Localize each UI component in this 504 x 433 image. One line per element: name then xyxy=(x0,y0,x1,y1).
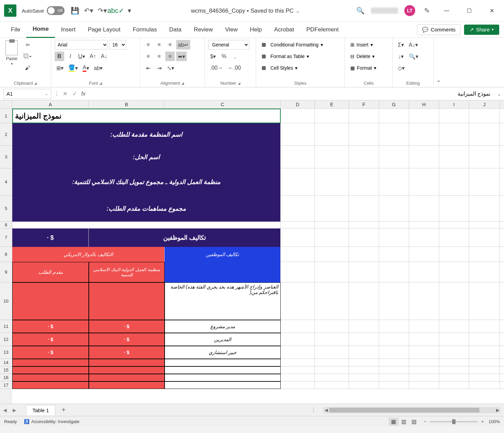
tab-data[interactable]: Data xyxy=(163,22,188,38)
cell[interactable] xyxy=(281,228,315,247)
cell[interactable] xyxy=(12,222,281,228)
tab-insert[interactable]: Insert xyxy=(55,22,82,38)
tab-view[interactable]: View xyxy=(219,22,244,38)
cell[interactable] xyxy=(379,109,409,123)
cell[interactable] xyxy=(281,168,315,196)
cell[interactable] xyxy=(281,381,315,389)
pen-icon[interactable]: ✎ xyxy=(421,5,432,16)
cell[interactable] xyxy=(379,146,409,168)
cell[interactable] xyxy=(281,374,315,381)
row-header[interactable]: 8 xyxy=(0,247,12,262)
cell[interactable] xyxy=(469,333,500,346)
column-header[interactable]: I xyxy=(439,100,469,108)
percent-button[interactable]: % xyxy=(219,52,229,61)
cell[interactable] xyxy=(315,228,349,247)
decrease-indent-button[interactable]: ⇤ xyxy=(143,63,153,73)
tab-review[interactable]: Review xyxy=(187,22,219,38)
cell[interactable]: مقدم الطلب xyxy=(12,262,89,282)
cell[interactable]: منظمة العمل الدولية-البنك الاسلامي للتنم… xyxy=(89,262,165,282)
row-header[interactable]: 15 xyxy=(0,366,12,374)
cell[interactable] xyxy=(349,247,379,262)
cell[interactable] xyxy=(165,366,281,374)
cell[interactable] xyxy=(379,262,409,282)
row-header[interactable]: 10 xyxy=(0,282,12,320)
cell[interactable] xyxy=(349,333,379,346)
cell[interactable] xyxy=(469,109,500,123)
cell[interactable]: اسم المنظمة مقدمة للطلب: xyxy=(12,123,281,146)
accessibility-status[interactable]: Accessibility: Investigate xyxy=(31,419,80,424)
zoom-in-button[interactable]: + xyxy=(481,419,484,424)
cell[interactable] xyxy=(349,374,379,381)
cell[interactable] xyxy=(409,359,439,366)
increase-decimal-button[interactable]: .00→ xyxy=(208,63,225,73)
cell[interactable] xyxy=(439,333,469,346)
cell[interactable]: اسم الحل: xyxy=(12,146,281,168)
cell[interactable] xyxy=(349,359,379,366)
cell[interactable] xyxy=(281,196,315,222)
column-header[interactable]: F xyxy=(349,100,379,108)
cell[interactable]: · $ xyxy=(89,346,165,359)
fill-color-button[interactable]: 🪣▾ xyxy=(67,63,80,73)
cell[interactable]: منظمة العمل الدولية ـ مجموع تمويل البنك … xyxy=(12,168,281,196)
collapse-ribbon-icon[interactable]: ⌄ xyxy=(434,38,443,87)
spellcheck-icon[interactable]: abc✓ xyxy=(110,5,121,16)
page-break-view-button[interactable]: ▧ xyxy=(409,418,419,426)
cell[interactable] xyxy=(281,333,315,346)
cell[interactable] xyxy=(469,146,500,168)
zoom-out-button[interactable]: − xyxy=(424,419,427,424)
cell[interactable] xyxy=(281,359,315,366)
cell[interactable] xyxy=(315,366,349,374)
cell[interactable] xyxy=(409,333,439,346)
cell[interactable] xyxy=(379,228,409,247)
toggle-switch[interactable]: Off xyxy=(47,6,65,15)
document-title[interactable]: wcms_846366_Copy • Saved to this PC ⌄ xyxy=(135,7,356,14)
column-header[interactable]: C xyxy=(165,100,281,108)
column-header[interactable]: H xyxy=(409,100,439,108)
sheet-nav-next[interactable]: ▶ xyxy=(10,407,19,413)
cell[interactable] xyxy=(439,346,469,359)
sheet-options-icon[interactable]: ⋮ xyxy=(311,407,316,413)
formula-input[interactable] xyxy=(85,89,494,99)
cell[interactable] xyxy=(439,196,469,222)
cell[interactable]: التكاليف بالدولار الامريكي xyxy=(12,247,165,262)
row-header[interactable]: 5 xyxy=(0,196,12,222)
cell[interactable] xyxy=(379,359,409,366)
cell[interactable] xyxy=(349,168,379,196)
cell[interactable] xyxy=(89,282,165,320)
column-header[interactable]: E xyxy=(315,100,349,108)
spreadsheet-grid[interactable]: ABCDEFGHIJ 1234567891011121314151617 نمو… xyxy=(0,100,504,404)
minimize-button[interactable]: — xyxy=(438,4,455,17)
cell[interactable] xyxy=(439,168,469,196)
cell[interactable] xyxy=(439,366,469,374)
row-header[interactable]: 1 xyxy=(0,109,12,123)
cell[interactable]: · $ xyxy=(12,320,89,333)
cancel-formula-icon[interactable]: ✕ xyxy=(61,90,69,97)
cell[interactable] xyxy=(12,381,89,389)
phonetic-button[interactable]: ab▾ xyxy=(92,63,104,73)
align-left-button[interactable]: ≡ xyxy=(143,52,153,61)
cell[interactable] xyxy=(439,262,469,282)
row-header[interactable]: 7 xyxy=(0,228,12,247)
cell[interactable] xyxy=(349,196,379,222)
cell[interactable] xyxy=(379,196,409,222)
cell[interactable] xyxy=(12,374,89,381)
cell[interactable] xyxy=(409,109,439,123)
cell[interactable] xyxy=(409,366,439,374)
cell[interactable] xyxy=(281,247,315,262)
name-box[interactable]: A1⌄ xyxy=(3,89,51,99)
align-center-button[interactable]: ≡ xyxy=(154,52,164,61)
align-middle-button[interactable]: ≡ xyxy=(154,40,164,50)
cell[interactable] xyxy=(281,346,315,359)
close-button[interactable]: ✕ xyxy=(484,4,500,17)
cell[interactable] xyxy=(281,282,315,320)
tab-formulas[interactable]: Formulas xyxy=(127,22,163,38)
merge-button[interactable]: ⬌▾ xyxy=(176,52,187,61)
tab-page-layout[interactable]: Page Layout xyxy=(82,22,126,38)
autosave-toggle[interactable]: AutoSave Off xyxy=(22,6,65,15)
maximize-button[interactable]: ☐ xyxy=(461,4,477,17)
font-size-select[interactable]: 16 xyxy=(109,40,126,50)
cell[interactable] xyxy=(315,374,349,381)
cell[interactable] xyxy=(315,146,349,168)
cell[interactable] xyxy=(315,222,349,228)
increase-font-button[interactable]: A↑ xyxy=(88,52,98,61)
